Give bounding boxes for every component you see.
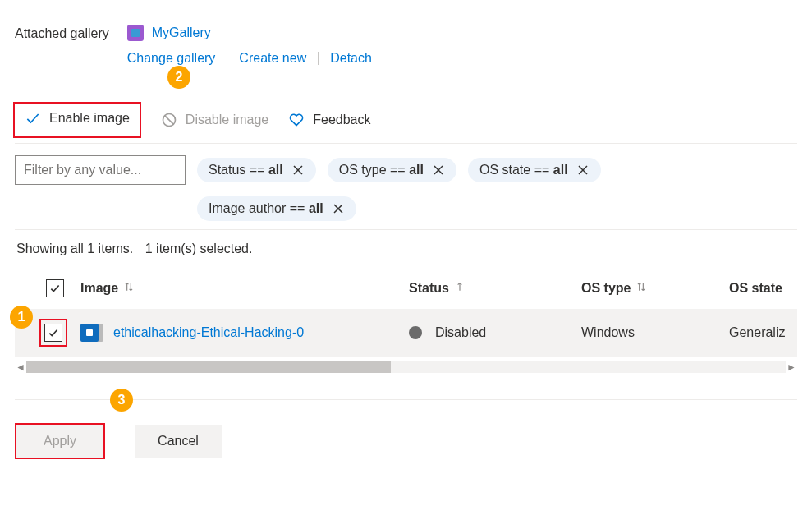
column-header-ostype[interactable]: OS type: [581, 281, 729, 296]
chip-value: all: [268, 163, 283, 177]
annotation-2: 2: [167, 66, 190, 89]
prohibit-icon: [161, 112, 177, 128]
column-label: OS state: [729, 281, 782, 296]
sort-icon: [123, 281, 135, 296]
scroll-thumb[interactable]: [26, 361, 391, 373]
chip-op: ==: [250, 163, 265, 177]
filter-chip-ostype[interactable]: OS type == all: [328, 158, 456, 182]
table-row[interactable]: ethicalhacking-Ethical-Hacking-0 Disable…: [15, 309, 797, 357]
disable-image-label: Disable image: [186, 113, 268, 127]
column-header-osstate[interactable]: OS state: [729, 281, 797, 296]
image-name-link[interactable]: ethicalhacking-Ethical-Hacking-0: [113, 325, 304, 340]
check-icon: [25, 110, 41, 127]
chip-field: Image author: [209, 201, 286, 215]
scroll-right-icon[interactable]: ►: [786, 361, 797, 373]
select-all-checkbox[interactable]: [46, 279, 64, 297]
annotation-1: 1: [10, 306, 33, 329]
chip-remove-icon[interactable]: [432, 163, 445, 177]
enable-image-label: Enable image: [49, 111, 130, 126]
chip-value: all: [309, 201, 323, 215]
disable-image-button: Disable image: [161, 112, 268, 128]
column-label: Status: [409, 281, 449, 296]
chip-op: ==: [534, 163, 550, 177]
detach-link[interactable]: Detach: [330, 51, 372, 66]
column-label: Image: [80, 281, 118, 296]
chip-remove-icon[interactable]: [576, 163, 590, 177]
attached-gallery-label: Attached gallery: [15, 25, 109, 41]
highlight-enable-image: Enable image: [13, 102, 141, 138]
create-new-link[interactable]: Create new: [239, 51, 306, 66]
chip-op: ==: [390, 163, 406, 177]
feedback-button[interactable]: Feedback: [288, 112, 370, 128]
vm-image-icon: [80, 324, 103, 342]
highlight-apply-button: Apply: [15, 423, 105, 459]
column-header-status[interactable]: Status: [409, 281, 581, 296]
osstate-text: Generaliz: [729, 325, 785, 340]
enable-image-button[interactable]: Enable image: [25, 110, 130, 127]
cancel-button[interactable]: Cancel: [135, 425, 222, 458]
ostype-text: Windows: [581, 325, 635, 340]
gallery-name-link[interactable]: MyGallery: [152, 25, 211, 40]
chip-remove-icon[interactable]: [291, 163, 305, 177]
chip-field: Status: [209, 163, 245, 177]
change-gallery-link[interactable]: Change gallery: [127, 51, 216, 66]
filter-input[interactable]: [15, 155, 186, 185]
sort-asc-icon: [454, 281, 466, 296]
separator: [227, 52, 227, 65]
chip-field: OS type: [339, 163, 387, 177]
chip-remove-icon[interactable]: [332, 202, 345, 215]
filter-chip-osstate[interactable]: OS state == all: [468, 158, 601, 182]
separator: [318, 52, 319, 65]
sort-icon: [635, 281, 647, 296]
horizontal-scrollbar[interactable]: ◄ ►: [15, 360, 797, 375]
highlight-row-checkbox: [39, 319, 67, 347]
filter-chip-author[interactable]: Image author == all: [197, 196, 356, 221]
summary-selected: 1 item(s) selected.: [145, 242, 253, 255]
gallery-icon: [127, 25, 144, 41]
scroll-left-icon[interactable]: ◄: [15, 361, 26, 373]
chip-value: all: [553, 163, 568, 177]
filter-chip-status[interactable]: Status == all: [197, 158, 316, 182]
column-label: OS type: [581, 281, 631, 296]
summary-count: Showing all 1 items.: [16, 242, 133, 255]
heart-icon: [288, 112, 305, 128]
feedback-label: Feedback: [313, 113, 370, 127]
status-dot-icon: [409, 326, 422, 339]
chip-value: all: [409, 163, 424, 177]
chip-field: OS state: [479, 163, 530, 177]
scroll-track[interactable]: [26, 361, 786, 373]
chip-op: ==: [290, 201, 305, 215]
svg-line-1: [164, 116, 173, 125]
apply-button[interactable]: Apply: [16, 425, 103, 458]
status-text: Disabled: [435, 325, 486, 340]
column-header-image[interactable]: Image: [80, 281, 409, 296]
annotation-3: 3: [110, 389, 133, 412]
row-checkbox[interactable]: [44, 324, 62, 342]
